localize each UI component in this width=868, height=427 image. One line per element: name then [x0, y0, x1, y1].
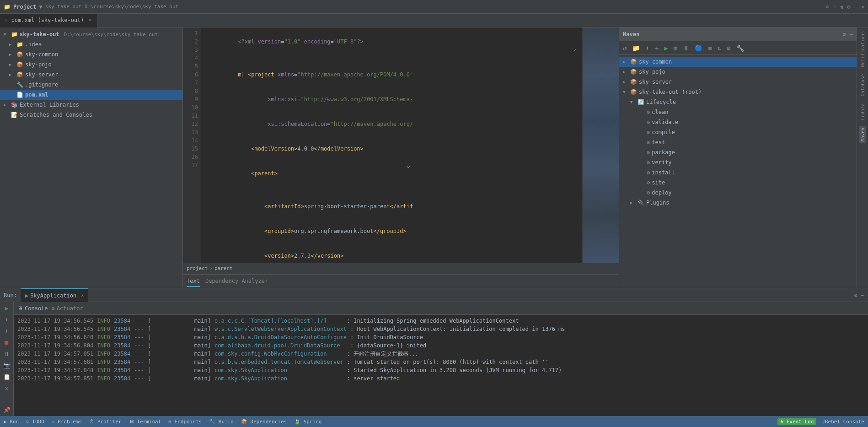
status-todo[interactable]: ☑ TODO — [26, 419, 44, 425]
maven-item-verify[interactable]: ⚙ verify — [619, 157, 857, 168]
status-run[interactable]: ▶ Run — [4, 419, 19, 425]
maven-item-sky-take-out[interactable]: ▼ 📦 sky-take-out (root) — [619, 87, 857, 97]
tree-item-gitignore[interactable]: 🔧 .gitignore — [0, 80, 182, 90]
tree-item-root[interactable]: ▼ 📁 sky-take-out D:\course\sky\code\sky-… — [0, 29, 182, 39]
status-problems[interactable]: ⚠ Problems — [52, 419, 82, 425]
run-clear-icon[interactable]: ✕ — [4, 384, 10, 393]
run-stop-icon[interactable]: ⏹ — [3, 338, 11, 347]
line-num-11: 11 — [183, 112, 198, 120]
sort-icon[interactable]: ⇅ — [840, 4, 843, 10]
tree-item-sky-pojo[interactable]: ▶ 📦 sky-pojo — [0, 59, 182, 70]
run-settings-icon[interactable]: ⚙ — [854, 292, 857, 298]
breadcrumb-parent[interactable]: parent — [214, 265, 233, 271]
arrow-icon: ▼ — [4, 32, 9, 37]
scratch-icon: 📝 — [11, 112, 18, 118]
tree-item-sky-common[interactable]: ▶ 📦 sky-common — [0, 49, 182, 59]
status-event-log[interactable]: 6 Event Log — [777, 418, 816, 425]
maven-item-lifecycle[interactable]: ▼ 🔄 Lifecycle — [619, 97, 857, 107]
console-output: 2023-11-17 19:34:56.545 INFO 23584 --- [… — [14, 315, 868, 416]
line-num-7: 7 — [183, 79, 198, 87]
add-icon[interactable]: ⊕ — [826, 4, 830, 10]
console-tab-actuator[interactable]: ⚙ Actuator — [52, 303, 83, 313]
console-tabs: 🖥 Console ⚙ Actuator — [14, 302, 868, 315]
run-screenshot-icon[interactable]: 📷 — [2, 361, 11, 370]
run-play-icon[interactable]: ▶ — [4, 304, 10, 313]
tree-item-idea[interactable]: ▶ 📁 .idea — [0, 39, 182, 49]
maven-item-package[interactable]: ⚙ package — [619, 147, 857, 157]
tree-item-sky-server[interactable]: ▶ 📦 sky-server — [0, 70, 182, 80]
status-terminal[interactable]: 🖥 Terminal — [129, 419, 161, 425]
xml-file-icon: m — [5, 17, 9, 23]
run-cog-icon[interactable]: 📌 — [2, 405, 11, 414]
maven-refresh-icon[interactable]: ↺ — [621, 43, 628, 53]
status-spring[interactable]: 🍃 Spring — [294, 419, 321, 425]
status-profiler[interactable]: ⏱ Profiler — [89, 419, 122, 425]
maven-settings-icon[interactable]: ⚙ — [843, 31, 846, 38]
breadcrumb-project[interactable]: project — [187, 265, 208, 271]
run-scroll-up-icon[interactable]: ⬆ — [4, 315, 10, 324]
status-build[interactable]: 🔨 Build — [209, 419, 234, 425]
log-line-5: 2023-11-17 19:34:57.051 INFO 23584 --- [… — [17, 350, 864, 358]
status-dependencies[interactable]: 📦 Dependencies — [241, 419, 287, 425]
tab-text[interactable]: Text — [187, 276, 200, 287]
status-endpoints[interactable]: ⊕ Endpoints — [168, 419, 202, 425]
lifecycle-icon: 🔄 — [638, 99, 644, 105]
tree-item-external-libs[interactable]: ▶ 📚 External Libraries — [0, 100, 182, 110]
run-tab-close[interactable]: ✕ — [81, 293, 84, 298]
maven-pause-icon[interactable]: ⏸ — [681, 43, 691, 53]
tree-item-pom-xml[interactable]: 📄 pom.xml — [0, 90, 182, 100]
maven-verify-label: verify — [652, 159, 671, 166]
maven-install-label: install — [652, 169, 675, 176]
strip-maven[interactable]: Maven — [859, 126, 866, 143]
tab-pom-xml[interactable]: m pom.xml (sky-take-out) ✕ — [0, 14, 97, 27]
status-jrebel[interactable]: JRebel Console — [822, 418, 864, 425]
minimize-icon[interactable]: — — [854, 4, 857, 10]
maven-item-install[interactable]: ⚙ install — [619, 168, 857, 178]
maven-folder-icon[interactable]: 📁 — [630, 43, 642, 53]
maven-item-validate[interactable]: ⚙ validate — [619, 117, 857, 127]
idea-label: .idea — [25, 41, 42, 48]
run-tab-skyapp[interactable]: ▶ SkyApplication ✕ — [21, 288, 88, 302]
tree-item-scratches[interactable]: 📝 Scratches and Consoles — [0, 110, 182, 120]
tab-close-icon[interactable]: ✕ — [89, 17, 91, 22]
maven-add-icon[interactable]: + — [653, 43, 660, 53]
arrow-icon: ▶ — [623, 70, 628, 74]
maven-item-test[interactable]: ⚙ test — [619, 137, 857, 147]
maven-item-site[interactable]: ⚙ site — [619, 178, 857, 188]
settings-icon[interactable]: ⚙ — [847, 4, 850, 10]
maven-item-sky-common[interactable]: ▶ 📦 sky-common — [619, 57, 857, 67]
maven-close-icon[interactable]: — — [850, 31, 853, 38]
maven-m-icon[interactable]: m — [672, 43, 679, 53]
maven-item-deploy[interactable]: ⚙ deploy — [619, 188, 857, 198]
console-tab-console[interactable]: 🖥 Console — [17, 303, 48, 313]
strip-codota[interactable]: Codota — [859, 102, 866, 122]
maven-config-icon[interactable]: ⚙ — [725, 43, 732, 53]
arrow-icon: ▶ — [9, 52, 15, 57]
maven-item-compile[interactable]: ⚙ compile — [619, 127, 857, 137]
console-icon: 🖥 — [17, 305, 23, 312]
strip-database[interactable]: Database — [859, 72, 866, 98]
code-editor[interactable]: <?xml version="1.0" encoding="UTF-8"?> ✓… — [201, 27, 582, 263]
maven-sort-icon[interactable]: ⇅ — [716, 43, 723, 53]
maven-item-clean[interactable]: ⚙ clean — [619, 107, 857, 117]
line-num-6: 6 — [183, 70, 198, 79]
maven-list-icon[interactable]: ≡ — [706, 43, 713, 53]
log-line-7: 2023-11-17 19:34:57.848 INFO 23584 --- [… — [17, 366, 864, 374]
maven-circle-icon[interactable]: 🔵 — [693, 43, 704, 53]
list-icon[interactable]: ≡ — [833, 4, 836, 10]
run-scroll-down-icon[interactable]: ⬇ — [4, 327, 10, 335]
maven-item-sky-server[interactable]: ▶ 📦 sky-server — [619, 77, 857, 87]
maven-download-icon[interactable]: ⬇ — [643, 43, 651, 53]
tab-dependency-analyzer[interactable]: Dependency Analyzer — [205, 276, 268, 287]
maven-item-sky-pojo[interactable]: ▶ 📦 sky-pojo — [619, 67, 857, 77]
run-minimize-icon[interactable]: — — [861, 292, 864, 298]
module-icon: 📦 — [630, 59, 637, 65]
maven-run-icon[interactable]: ▶ — [662, 43, 670, 53]
close-icon[interactable]: ✕ — [861, 4, 864, 10]
run-pause-icon[interactable]: ⏸ — [3, 350, 11, 358]
maven-item-plugins[interactable]: ▶ 🔌 Plugins — [619, 198, 857, 208]
run-label: Run: — [4, 292, 17, 298]
maven-wrench-icon[interactable]: 🔧 — [734, 43, 746, 53]
run-copy-icon[interactable]: 📋 — [2, 373, 11, 381]
strip-notifications[interactable]: Notifications — [859, 29, 866, 69]
